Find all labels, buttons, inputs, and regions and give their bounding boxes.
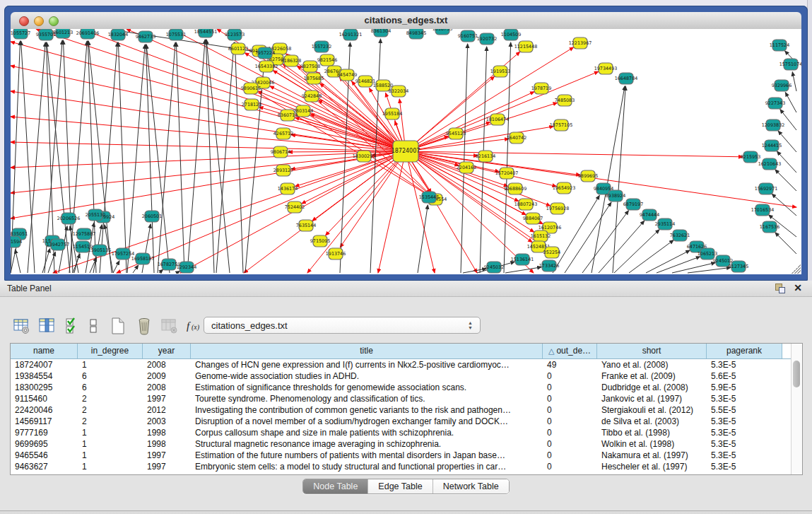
graph-node[interactable]: 9806714 (271, 146, 290, 158)
graph-node[interactable]: 20691406 (76, 29, 100, 39)
delete-table-button[interactable] (159, 315, 180, 337)
table-row[interactable]: 1456911722003Disruption of a novel membe… (11, 416, 802, 427)
graph-node[interactable]: 7485083 (555, 95, 575, 106)
table-row[interactable]: 977716911998Corpus callosum shape and si… (11, 427, 802, 438)
table-row[interactable]: 946362711997Embryonic stem cells: a mode… (11, 461, 802, 472)
network-window-titlebar[interactable]: citations_edges.txt (11, 12, 801, 30)
graph-node[interactable]: 1557232 (312, 41, 331, 52)
graph-node[interactable]: 19756928 (546, 203, 570, 214)
delete-columns-button[interactable] (134, 315, 155, 337)
graph-node[interactable]: 2204162 (457, 162, 476, 173)
graph-node[interactable]: 18544551 (194, 29, 218, 37)
show-columns-button[interactable] (37, 315, 58, 337)
column-header-pagerank[interactable]: pagerank (707, 344, 782, 358)
graph-node[interactable]: 1875685 (304, 73, 324, 84)
graph-node[interactable]: 1104509 (501, 29, 521, 40)
graph-node[interactable]: 16291321 (339, 29, 363, 40)
graph-node[interactable]: 1055727 (11, 29, 30, 39)
table-row[interactable]: 1830029562008Estimation of significance … (11, 382, 802, 393)
column-header-name[interactable]: name (11, 344, 78, 358)
graph-node[interactable]: 12213967 (569, 37, 592, 49)
graph-node[interactable]: 9899695 (578, 170, 598, 182)
graph-node[interactable]: 9884067 (523, 213, 543, 224)
graph-node[interactable]: 9245032 (484, 262, 504, 273)
graph-node[interactable]: 8216134 (476, 151, 495, 162)
column-header-short[interactable]: short (597, 344, 707, 358)
graph-node[interactable]: 7632621 (670, 230, 690, 241)
graph-node[interactable]: 9474444 (640, 209, 659, 221)
scrollbar-thumb[interactable] (793, 361, 800, 387)
graph-node[interactable]: 10688609 (504, 183, 527, 194)
graph-node[interactable]: 6879197 (623, 199, 643, 210)
graph-node[interactable]: 7635144 (296, 220, 316, 231)
graph-node[interactable]: 8938924 (606, 190, 625, 201)
create-column-button[interactable] (107, 315, 129, 337)
graph-node[interactable]: 1075531 (166, 29, 186, 40)
tab-network-table[interactable]: Network Table (433, 479, 509, 493)
graph-node[interactable]: 4265712 (273, 128, 293, 139)
graph-node[interactable]: 2060501 (142, 211, 162, 222)
tab-edge-table[interactable]: Edge Table (368, 479, 433, 493)
graph-node[interactable]: 16958187 (131, 253, 155, 264)
graph-node[interactable]: 9545123 (446, 128, 466, 139)
graph-node[interactable]: 19654923 (553, 182, 576, 194)
graph-node[interactable]: 252254 (543, 247, 560, 258)
graph-node[interactable]: 15136141 (511, 254, 534, 265)
graph-node[interactable]: 15720407 (495, 168, 519, 179)
graph-node[interactable]: 18757105 (550, 119, 573, 131)
graph-node[interactable]: 1913746 (326, 248, 346, 259)
table-row[interactable]: 2242004622012Investigating the contribut… (11, 404, 802, 416)
float-panel-icon[interactable] (775, 284, 785, 293)
graph-node[interactable]: 19734493 (594, 63, 618, 74)
graph-node[interactable]: 2893127 (273, 165, 293, 176)
graph-node[interactable]: 17016534 (751, 204, 775, 216)
graph-node[interactable]: 1978719 (531, 83, 551, 94)
graph-node[interactable]: 18300295 (353, 151, 376, 162)
table-row[interactable]: 969969511998Structural magnetic resonanc… (11, 438, 802, 450)
graph-node[interactable]: 1292344 (177, 262, 196, 273)
graph-node[interactable]: 1117524 (770, 40, 789, 51)
graph-node[interactable]: 1618753 (433, 29, 452, 35)
graph-node[interactable]: 1436174 (278, 183, 298, 194)
graph-node[interactable]: 7524402 (285, 201, 305, 213)
graph-node[interactable]: 1244415 (762, 140, 782, 151)
graph-node[interactable]: 20206526 (57, 213, 81, 224)
graph-node[interactable]: 8127345 (729, 261, 748, 272)
graph-node[interactable]: 15751074 (779, 59, 801, 70)
graph-node[interactable]: 391594 (11, 236, 22, 247)
graph-node[interactable]: 1640742 (507, 132, 526, 144)
graph-node[interactable]: 15692971 (755, 183, 778, 194)
graph-node[interactable]: 2055130 (86, 209, 105, 221)
graph-node[interactable]: 2718120 (242, 99, 261, 110)
column-header-in_degree[interactable]: in_degree (78, 344, 143, 358)
graph-node[interactable]: 8498345 (406, 29, 426, 39)
graph-node[interactable]: 9462733 (136, 31, 155, 42)
graph-node[interactable]: 12975887 (73, 228, 96, 240)
network-canvas[interactable]: 1872400786011238912954182260581827509818… (11, 29, 801, 274)
graph-node[interactable]: 1919513 (490, 66, 510, 77)
graph-node[interactable]: 8361304 (371, 29, 391, 37)
graph-node[interactable]: 16648784 (615, 73, 638, 84)
graph-node[interactable]: 1955184 (382, 108, 402, 119)
graph-node[interactable]: 9123573 (225, 29, 245, 40)
table-row[interactable]: 1872400712008Changes of HCN gene express… (11, 359, 802, 370)
graph-node[interactable]: 12093832 (762, 119, 785, 131)
resize-grip[interactable] (792, 264, 801, 274)
table-mode-button[interactable] (11, 315, 33, 337)
graph-node[interactable]: 8360713 (278, 110, 298, 121)
table-row[interactable]: 911546021997Tourette syndrome. Phenomeno… (11, 393, 802, 404)
graph-node[interactable]: 9329966 (772, 80, 792, 91)
graph-node[interactable]: 1733426 (539, 260, 559, 271)
graph-node[interactable]: 1832044 (108, 29, 128, 40)
graph-node[interactable]: 1920732 (477, 33, 497, 45)
graph-node[interactable]: 1535445 (419, 192, 439, 203)
unselect-all-columns-button[interactable] (83, 315, 105, 337)
select-all-columns-button[interactable] (62, 315, 83, 337)
close-panel-icon[interactable]: ✕ (794, 282, 802, 293)
table-row[interactable]: 946554611997Estimation of the future num… (11, 450, 802, 461)
graph-node[interactable]: 1615132 (531, 230, 551, 242)
graph-node[interactable]: 8454749 (337, 69, 357, 81)
graph-node[interactable]: 16210643 (758, 158, 782, 170)
column-header-title[interactable]: title (191, 344, 543, 358)
vertical-scrollbar[interactable] (791, 344, 802, 474)
